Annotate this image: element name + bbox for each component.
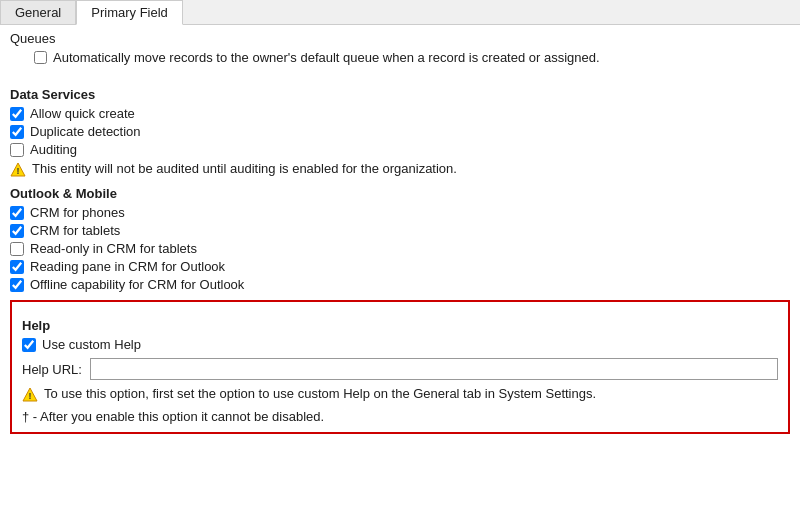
outlook-mobile-section: Outlook & Mobile CRM for phones CRM for …: [10, 186, 790, 292]
help-heading: Help: [22, 318, 778, 333]
auditing-label: Auditing: [30, 142, 77, 157]
crm-phones-row: CRM for phones: [10, 205, 790, 220]
use-custom-help-label: Use custom Help: [42, 337, 141, 352]
duplicate-detection-label: Duplicate detection: [30, 124, 141, 139]
reading-pane-checkbox[interactable]: [10, 260, 24, 274]
help-section: Help Use custom Help Help URL: ! To use …: [10, 300, 790, 434]
crm-phones-checkbox[interactable]: [10, 206, 24, 220]
offline-capability-checkbox[interactable]: [10, 278, 24, 292]
duplicate-detection-checkbox[interactable]: [10, 125, 24, 139]
offline-capability-label: Offline capability for CRM for Outlook: [30, 277, 244, 292]
duplicate-detection-row: Duplicate detection: [10, 124, 790, 139]
auto-move-checkbox[interactable]: [34, 51, 47, 64]
crm-tablets-row: CRM for tablets: [10, 223, 790, 238]
tab-general[interactable]: General: [0, 0, 76, 24]
auditing-checkbox[interactable]: [10, 143, 24, 157]
svg-text:!: !: [17, 166, 20, 176]
auditing-warning-row: ! This entity will not be audited until …: [10, 161, 790, 178]
data-services-section: Data Services Allow quick create Duplica…: [10, 87, 790, 178]
help-note: † - After you enable this option it cann…: [22, 409, 778, 424]
auditing-warning-text: This entity will not be audited until au…: [32, 161, 457, 176]
help-url-row: Help URL:: [22, 358, 778, 380]
reading-pane-label: Reading pane in CRM for Outlook: [30, 259, 225, 274]
data-services-heading: Data Services: [10, 87, 790, 102]
readonly-crm-tablets-label: Read-only in CRM for tablets: [30, 241, 197, 256]
queues-section: Queues Automatically move records to the…: [10, 31, 790, 79]
auto-move-row: Automatically move records to the owner'…: [34, 50, 790, 65]
crm-tablets-label: CRM for tablets: [30, 223, 120, 238]
help-url-input[interactable]: [90, 358, 778, 380]
tab-primary-field[interactable]: Primary Field: [76, 0, 183, 25]
allow-quick-create-row: Allow quick create: [10, 106, 790, 121]
readonly-crm-tablets-checkbox[interactable]: [10, 242, 24, 256]
help-url-label: Help URL:: [22, 362, 82, 377]
help-warning-icon: !: [22, 387, 38, 403]
outlook-mobile-heading: Outlook & Mobile: [10, 186, 790, 201]
offline-capability-row: Offline capability for CRM for Outlook: [10, 277, 790, 292]
auditing-row: Auditing: [10, 142, 790, 157]
readonly-crm-tablets-row: Read-only in CRM for tablets: [10, 241, 790, 256]
crm-tablets-checkbox[interactable]: [10, 224, 24, 238]
auto-move-label: Automatically move records to the owner'…: [53, 50, 600, 65]
use-custom-help-row: Use custom Help: [22, 337, 778, 352]
allow-quick-create-checkbox[interactable]: [10, 107, 24, 121]
svg-text:!: !: [29, 391, 32, 401]
warning-icon: !: [10, 162, 26, 178]
help-warning-text: To use this option, first set the option…: [44, 386, 596, 401]
tabs-bar: General Primary Field: [0, 0, 800, 25]
reading-pane-row: Reading pane in CRM for Outlook: [10, 259, 790, 274]
use-custom-help-checkbox[interactable]: [22, 338, 36, 352]
main-content: Queues Automatically move records to the…: [0, 25, 800, 444]
queues-label: Queues: [10, 31, 790, 46]
crm-phones-label: CRM for phones: [30, 205, 125, 220]
help-warning-row: ! To use this option, first set the opti…: [22, 386, 778, 403]
allow-quick-create-label: Allow quick create: [30, 106, 135, 121]
